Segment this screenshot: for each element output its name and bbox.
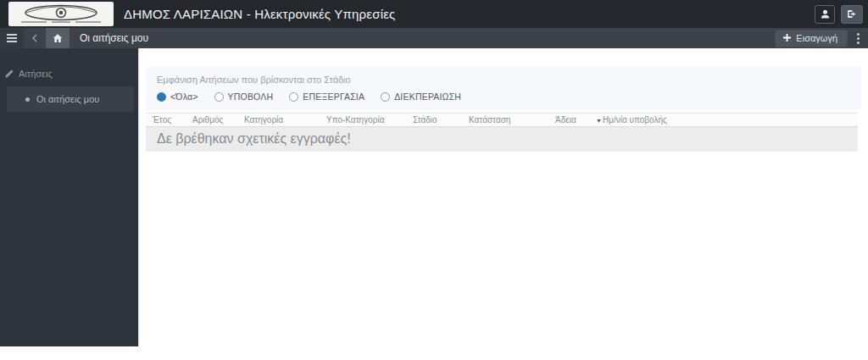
stage-radio-all[interactable]: <Όλα> (157, 91, 198, 102)
menu-toggle-button[interactable] (0, 28, 24, 48)
bullet-icon (25, 97, 30, 102)
topbar: ΔΗΜΟΣ ΛΑΡΙΣΑΙΩΝ - Ηλεκτρονικές Υπηρεσίες (0, 0, 868, 28)
breadcrumb-bar: Οι αιτήσεις μου Εισαγωγή (0, 28, 868, 48)
column-header-status[interactable]: Κατάσταση (462, 114, 548, 127)
radio-selected-icon (157, 92, 166, 102)
column-header-year[interactable]: Έτος (146, 114, 186, 127)
insert-button-label: Εισαγωγή (796, 33, 837, 43)
stage-radio-submission[interactable]: ΥΠΟΒΟΛΗ (214, 91, 274, 102)
column-header-category[interactable]: Κατηγορία (237, 114, 320, 127)
user-account-button[interactable] (815, 5, 835, 24)
empty-results-row: Δε βρέθηκαν σχετικές εγγραφές! (146, 127, 858, 152)
pencil-icon (4, 69, 14, 79)
more-options-button[interactable] (851, 30, 865, 47)
column-header-number[interactable]: Αριθμός (186, 114, 237, 127)
column-header-submission-date[interactable]: ▼Ημ/νία υποβολής (589, 114, 858, 127)
column-header-stage[interactable]: Στάδιο (406, 114, 462, 127)
sort-descending-icon: ▼ (596, 118, 602, 124)
back-button[interactable] (24, 28, 46, 48)
chevron-left-icon (31, 34, 38, 42)
sidebar-item-my-applications[interactable]: Οι αιτήσεις μου (7, 86, 134, 112)
radio-icon (214, 92, 224, 102)
logout-icon (846, 8, 858, 19)
stage-radio-completion[interactable]: ΔΙΕΚΠΕΡΑΙΩΣΗ (381, 91, 461, 102)
home-button[interactable] (46, 28, 70, 48)
home-icon (53, 33, 63, 43)
radio-icon (289, 92, 298, 102)
app-title: ΔΗΜΟΣ ΛΑΡΙΣΑΙΩΝ - Ηλεκτρονικές Υπηρεσίες (124, 7, 396, 21)
kebab-icon (857, 33, 860, 36)
sidebar-item-label: Οι αιτήσεις μου (36, 94, 99, 104)
eye-logo-icon (14, 3, 108, 25)
plus-icon (783, 34, 791, 42)
logout-button[interactable] (841, 5, 863, 24)
hamburger-icon (7, 34, 17, 36)
stage-filter-panel: Εμφάνιση Αιτήσεων που βρίσκονται στο Στά… (146, 66, 861, 110)
sidebar-section-label: Αιτήσεις (19, 69, 53, 79)
table-header-row: Έτος Αριθμός Κατηγορία Υπο-Κατηγορία Στά… (146, 114, 858, 127)
page-title: Οι αιτήσεις μου (80, 32, 148, 44)
stage-radio-processing[interactable]: ΕΠΕΞΕΡΓΑΣΙΑ (289, 91, 364, 102)
user-icon (820, 8, 831, 19)
stage-filter-label: Εμφάνιση Αιτήσεων που βρίσκονται στο Στά… (146, 66, 861, 85)
sidebar-section-applications: Αιτήσεις (0, 48, 138, 86)
sidebar: Αιτήσεις Οι αιτήσεις μου (0, 48, 139, 346)
empty-results-message: Δε βρέθηκαν σχετικές εγγραφές! (146, 127, 858, 152)
radio-icon (381, 92, 390, 102)
column-header-subcategory[interactable]: Υπο-Κατηγορία (320, 114, 406, 127)
insert-button[interactable]: Εισαγωγή (775, 30, 848, 47)
column-header-permit[interactable]: Άδεια (548, 114, 589, 127)
municipality-logo[interactable] (8, 2, 114, 26)
applications-table: Έτος Αριθμός Κατηγορία Υπο-Κατηγορία Στά… (146, 113, 858, 152)
stage-radio-row: <Όλα> ΥΠΟΒΟΛΗ ΕΠΕΞΕΡΓΑΣΙΑ ΔΙΕΚΠΕΡΑΙΩΣΗ (157, 91, 861, 102)
